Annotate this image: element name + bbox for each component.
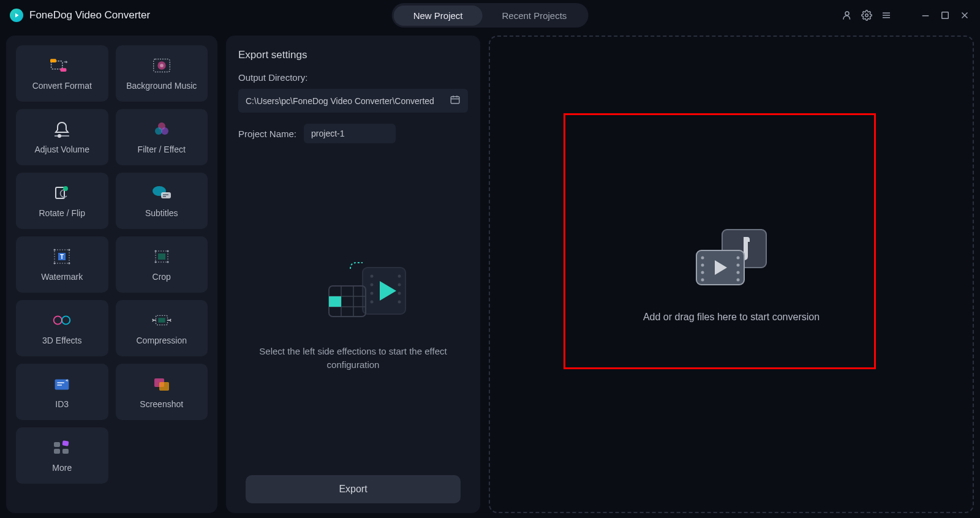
tool-label: More: [52, 463, 72, 473]
tool-label: Watermark: [41, 272, 83, 282]
svg-rect-50: [62, 440, 69, 446]
effect-hint-text: Select the left side effections to start…: [255, 345, 451, 372]
maximize-icon[interactable]: [940, 10, 951, 21]
svg-rect-53: [451, 97, 459, 103]
more-icon: [50, 438, 74, 457]
svg-point-0: [845, 12, 849, 15]
tool-more[interactable]: More: [16, 427, 108, 484]
tool-rotate-flip[interactable]: Rotate / Flip: [16, 173, 108, 229]
app-title: FoneDog Video Converter: [10, 9, 150, 22]
svg-point-16: [58, 134, 61, 138]
svg-point-14: [160, 64, 164, 67]
svg-rect-52: [62, 449, 69, 454]
svg-rect-43: [158, 318, 165, 323]
background-music-icon: [150, 56, 173, 75]
tool-label: 3D Effects: [42, 336, 81, 345]
close-icon[interactable]: [959, 10, 970, 21]
svg-point-19: [161, 127, 168, 135]
svg-point-61: [370, 300, 373, 303]
export-panel: Export settings Output Directory: C:\Use…: [226, 36, 480, 513]
svg-point-38: [167, 261, 168, 263]
rotate-flip-icon: [50, 184, 74, 202]
tool-watermark[interactable]: T Watermark: [16, 236, 108, 293]
3d-effects-icon: [50, 311, 74, 329]
svg-rect-11: [61, 68, 67, 72]
svg-point-40: [62, 316, 70, 324]
tool-compression[interactable]: Compression: [116, 300, 208, 356]
filter-effect-icon: [150, 120, 173, 138]
menu-icon[interactable]: [881, 10, 892, 21]
gear-icon[interactable]: [861, 10, 872, 21]
output-dir-field[interactable]: C:\Users\pc\FoneDog Video Converter\Conv…: [238, 89, 468, 113]
project-name-label: Project Name:: [238, 129, 296, 139]
svg-point-1: [865, 14, 869, 17]
tab-recent-projects[interactable]: Recent Projects: [482, 6, 586, 26]
svg-rect-34: [158, 253, 165, 260]
tool-3d-effects[interactable]: 3D Effects: [16, 300, 108, 356]
svg-rect-71: [329, 296, 341, 307]
watermark-icon: T: [50, 247, 74, 266]
top-tabs: New Project Recent Projects: [392, 3, 589, 28]
crop-icon: [150, 247, 173, 266]
svg-point-60: [370, 291, 373, 295]
compression-icon: [150, 311, 173, 329]
svg-point-63: [398, 283, 401, 286]
svg-rect-48: [159, 382, 169, 391]
svg-point-76: [701, 271, 704, 274]
tool-label: ID3: [55, 399, 69, 409]
output-dir-label: Output Directory:: [238, 72, 468, 83]
svg-point-62: [398, 274, 401, 277]
svg-point-79: [737, 264, 740, 267]
drop-hint-text: Add or drag files here to start conversi…: [643, 312, 820, 323]
tool-label: Screenshot: [140, 399, 183, 409]
effect-placeholder-icon: [292, 257, 415, 324]
tool-convert-format[interactable]: Convert Format: [16, 45, 108, 102]
svg-point-59: [370, 283, 373, 286]
app-logo-icon: [10, 9, 23, 22]
tool-subtitles[interactable]: Subtitles: [116, 173, 208, 229]
app-title-text: FoneDog Video Converter: [29, 9, 150, 21]
svg-point-21: [63, 186, 68, 191]
svg-point-37: [154, 261, 156, 263]
convert-format-icon: [50, 56, 74, 75]
file-drop-zone[interactable]: Add or drag files here to start conversi…: [489, 36, 974, 513]
svg-point-80: [737, 271, 740, 274]
user-icon[interactable]: [842, 10, 853, 21]
tool-id3[interactable]: ID3: [16, 364, 108, 420]
svg-point-29: [54, 249, 56, 251]
svg-point-32: [69, 263, 70, 265]
drop-zone-icon: [692, 226, 771, 287]
window-controls: [842, 10, 970, 21]
svg-point-77: [701, 279, 704, 282]
svg-point-36: [167, 250, 168, 252]
tool-sidebar: Convert Format Background Music Adjust V…: [6, 36, 217, 513]
subtitles-icon: [150, 184, 173, 202]
export-button[interactable]: Export: [246, 475, 461, 503]
screenshot-icon: [150, 375, 173, 393]
main-layout: Convert Format Background Music Adjust V…: [0, 31, 980, 518]
svg-rect-6: [942, 12, 949, 19]
project-name-input[interactable]: [304, 124, 396, 143]
svg-point-74: [701, 257, 704, 260]
svg-point-39: [54, 316, 62, 324]
svg-point-30: [69, 249, 70, 251]
svg-text:T: T: [60, 253, 64, 260]
tool-label: Crop: [153, 272, 171, 282]
tool-background-music[interactable]: Background Music: [116, 45, 208, 102]
tool-filter-effect[interactable]: Filter / Effect: [116, 109, 208, 165]
tab-new-project[interactable]: New Project: [394, 6, 483, 26]
svg-point-65: [398, 300, 401, 303]
titlebar: FoneDog Video Converter New Project Rece…: [0, 0, 980, 31]
tool-adjust-volume[interactable]: Adjust Volume: [16, 109, 108, 165]
svg-rect-49: [54, 442, 60, 447]
svg-point-31: [54, 263, 56, 265]
tool-crop[interactable]: Crop: [116, 236, 208, 293]
browse-folder-icon[interactable]: [450, 94, 461, 107]
adjust-volume-icon: [50, 120, 74, 138]
svg-point-78: [737, 257, 740, 260]
tool-label: Filter / Effect: [138, 145, 186, 154]
tool-screenshot[interactable]: Screenshot: [116, 364, 208, 420]
minimize-icon[interactable]: [920, 10, 931, 21]
svg-point-35: [154, 250, 156, 252]
project-name-row: Project Name:: [238, 124, 468, 143]
